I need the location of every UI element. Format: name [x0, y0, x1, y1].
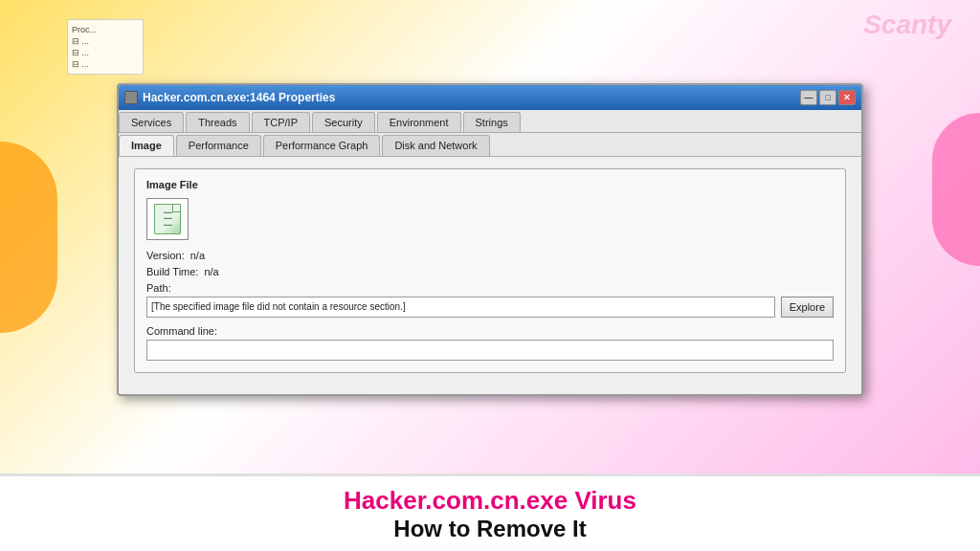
tab-disk-and-network[interactable]: Disk and Network [382, 135, 489, 156]
blob-right-decoration [932, 113, 980, 266]
command-line-input[interactable] [146, 340, 834, 361]
image-file-label: Image File [146, 179, 834, 190]
tab-environment[interactable]: Environment [377, 112, 461, 132]
dialog-icon [124, 91, 138, 104]
tab-strings[interactable]: Strings [463, 112, 521, 132]
blob-left-decoration [0, 142, 57, 333]
path-label: Path: [146, 282, 834, 294]
maximize-button[interactable]: □ [819, 90, 836, 105]
version-label: Version: [146, 250, 185, 261]
tab-services[interactable]: Services [119, 112, 184, 132]
left-panel: Proc... ⊟ ... ⊟ ... ⊟ ... [67, 19, 144, 75]
bottom-section: Hacker.com.cn.exe Virus How to Remove It [0, 474, 980, 551]
scanty-watermark: Scanty [863, 10, 951, 40]
title-bar-left: Hacker.com.cn.exe:1464 Properties [124, 91, 335, 104]
version-row: Version: n/a [146, 250, 834, 261]
title-bar: Hacker.com.cn.exe:1464 Properties — □ ✕ [119, 85, 861, 110]
version-value: n/a [190, 250, 205, 261]
tree-item: ⊟ ... [72, 47, 139, 58]
tab-threads[interactable]: Threads [186, 112, 249, 132]
tab-performance-graph[interactable]: Performance Graph [263, 135, 381, 156]
dialog-body: Image File ━━━━━━━━━ Version: n/a Build … [119, 157, 861, 394]
build-time-value: n/a [204, 266, 218, 277]
main-area: Proc... ⊟ ... ⊟ ... ⊟ ... Scanty Hacker.… [0, 0, 980, 474]
tree-item: ⊟ ... [72, 35, 139, 47]
close-button[interactable]: ✕ [838, 90, 856, 105]
build-time-row: Build Time: n/a [146, 266, 834, 277]
tab-security[interactable]: Security [312, 112, 375, 132]
tab-image[interactable]: Image [119, 135, 174, 156]
tree-item: Proc... [72, 24, 139, 35]
command-line-label: Command line: [146, 325, 834, 337]
tab-tcpip[interactable]: TCP/IP [252, 112, 310, 132]
file-icon-dog-ear [172, 205, 180, 212]
image-file-group: Image File ━━━━━━━━━ Version: n/a Build … [134, 168, 846, 373]
tab-row-1: Services Threads TCP/IP Security Environ… [119, 110, 861, 133]
properties-dialog: Hacker.com.cn.exe:1464 Properties — □ ✕ … [117, 83, 863, 396]
path-input[interactable] [146, 297, 775, 318]
tab-row-2: Image Performance Performance Graph Disk… [119, 133, 861, 157]
tree-item: ⊟ ... [72, 58, 139, 70]
file-icon-area: ━━━━━━━━━ [146, 198, 189, 240]
file-icon: ━━━━━━━━━ [154, 204, 181, 234]
dialog-title: Hacker.com.cn.exe:1464 Properties [143, 91, 335, 104]
footer-subtitle: How to Remove It [0, 516, 980, 543]
minimize-button[interactable]: — [800, 90, 817, 105]
explore-button[interactable]: Explore [781, 297, 834, 318]
title-bar-controls[interactable]: — □ ✕ [800, 90, 856, 105]
build-time-label: Build Time: [146, 266, 198, 277]
footer-title: Hacker.com.cn.exe Virus [0, 486, 980, 516]
path-row: Explore [146, 297, 834, 318]
tab-performance[interactable]: Performance [176, 135, 261, 156]
file-icon-lines: ━━━━━━━━━ [164, 209, 172, 229]
